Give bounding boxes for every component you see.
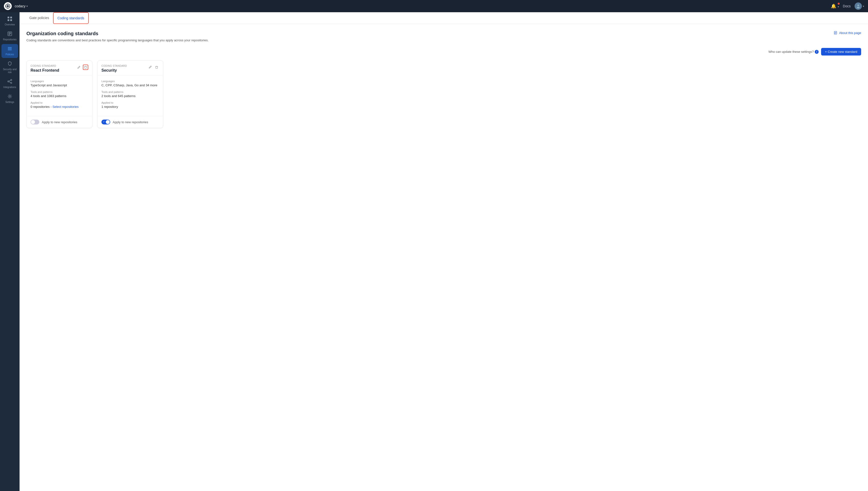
toggle-knob [31,120,35,124]
sidebar-label-settings: Settings [5,101,14,104]
coding-card-react-frontend: CODING STANDARD React Frontend [26,60,92,128]
svg-point-2 [7,4,8,5]
svg-rect-14 [8,32,11,33]
book-icon [834,31,838,35]
page-title: Organization coding standards [26,31,98,36]
sidebar: Overview Repositories Pol [0,12,20,491]
sidebar-item-overview[interactable]: Overview [1,14,18,28]
docs-link[interactable]: Docs [843,4,851,8]
org-name: codacy [15,4,25,8]
bell-icon: 🔔 [831,4,836,8]
navbar-left: codacy ▾ [4,2,28,10]
card-body-security: Languages C, CPP, CSharp, Java, Go and 3… [97,76,163,116]
delete-standard-button-security[interactable] [154,65,159,70]
org-selector[interactable]: codacy ▾ [15,4,28,8]
card-footer-react-frontend: Apply to new repositories [27,116,92,128]
notifications[interactable]: 🔔 ▾ [831,3,839,9]
svg-line-24 [9,82,11,83]
card-header-security: CODING STANDARD Security [97,61,163,76]
page-body: Organization coding standards About this… [20,24,868,135]
repositories-icon [7,31,12,37]
tools-field-react: Tools and patterns 4 tools and 1083 patt… [31,90,88,98]
sidebar-item-integrations[interactable]: Integrations [1,77,18,91]
sidebar-label-overview: Overview [5,23,15,26]
user-chevron: ▾ [863,5,864,7]
svg-point-20 [8,81,9,82]
sidebar-item-policies[interactable]: Policies [1,44,18,58]
card-actions-security [148,64,159,70]
svg-rect-16 [8,34,10,35]
notification-dot [838,3,840,5]
sidebar-label-integrations: Integrations [3,86,16,89]
sidebar-label-repositories: Repositories [3,38,17,41]
svg-rect-15 [8,33,11,34]
create-new-standard-button[interactable]: + Create new standard [821,48,861,56]
edit-standard-button-security[interactable] [148,64,153,70]
svg-point-25 [9,96,10,97]
svg-rect-28 [835,33,836,33]
svg-line-23 [9,80,11,81]
cards-grid: CODING STANDARD React Frontend [26,60,861,128]
coding-standard-badge: CODING STANDARD [31,64,59,67]
svg-rect-10 [10,17,12,18]
settings-icon [7,94,12,100]
bell-chevron: ▾ [838,5,839,8]
codacy-logo[interactable] [4,2,12,10]
toggle-apply-new-repos-react[interactable] [31,120,39,124]
svg-point-5 [9,6,10,7]
svg-rect-9 [7,17,9,18]
user-avatar-wrapper[interactable]: ▾ [855,2,864,10]
delete-standard-button-react[interactable] [83,64,88,70]
toolbar: Who can update these settings? i + Creat… [26,48,861,56]
toggle-knob-security [106,120,110,124]
main-content: Gate policies Coding standards Organizat… [20,12,868,491]
card-name-react-frontend: React Frontend [31,68,59,73]
svg-rect-12 [10,19,12,21]
sidebar-item-security[interactable]: Security and risk [1,59,18,76]
about-link-text: About this page [839,31,861,35]
edit-standard-button-react[interactable] [76,65,82,70]
select-repositories-link[interactable]: Select repositories [53,105,79,109]
tools-field-security: Tools and patterns 2 tools and 645 patte… [101,90,159,98]
security-icon [7,61,12,67]
svg-rect-27 [835,32,836,32]
svg-point-7 [858,5,859,6]
user-avatar [855,2,862,10]
sidebar-item-settings[interactable]: Settings [1,92,18,106]
policies-icon [7,46,12,52]
svg-point-1 [7,5,9,7]
tab-coding-standards[interactable]: Coding standards [53,12,89,24]
card-name-security: Security [101,68,127,73]
svg-point-3 [7,7,8,8]
card-body-react-frontend: Languages TypeScript and Javascript Tool… [27,76,92,116]
sidebar-label-policies: Policies [6,53,14,56]
sidebar-item-repositories[interactable]: Repositories [1,29,18,43]
applied-field-react: Applied to 0 repositories - Select repos… [31,101,88,109]
svg-rect-29 [835,33,836,34]
overview-icon [7,16,12,22]
sidebar-label-security: Security and risk [2,68,17,74]
tabs-bar: Gate policies Coding standards [20,12,868,24]
svg-point-8 [857,7,860,8]
navbar-right: 🔔 ▾ Docs ▾ [831,2,864,10]
coding-card-security: CODING STANDARD Security [97,60,163,128]
card-actions-react-frontend [76,64,88,70]
page-header: Organization coding standards About this… [26,31,861,36]
svg-point-4 [6,6,7,7]
card-header-react-frontend: CODING STANDARD React Frontend [27,61,92,76]
languages-field-react: Languages TypeScript and Javascript [31,80,88,87]
svg-rect-11 [7,19,9,21]
tab-gate-policies[interactable]: Gate policies [25,12,53,24]
toggle-apply-new-repos-security[interactable]: ✓ [101,120,110,124]
coding-standard-badge-security: CODING STANDARD [101,64,127,67]
page-description: Coding standards are conventions and bes… [26,38,861,42]
about-this-page-link[interactable]: About this page [834,31,861,35]
applied-field-security: Applied to 1 repository [101,101,159,109]
languages-field-security: Languages C, CPP, CSharp, Java, Go and 3… [101,80,159,87]
card-title-area: CODING STANDARD React Frontend [31,64,59,73]
navbar: codacy ▾ 🔔 ▾ Docs ▾ [0,0,868,12]
card-title-area-security: CODING STANDARD Security [101,64,127,73]
integrations-icon [7,79,12,85]
card-footer-security: ✓ Apply to new repositories [97,116,163,128]
info-icon[interactable]: i [815,50,819,54]
